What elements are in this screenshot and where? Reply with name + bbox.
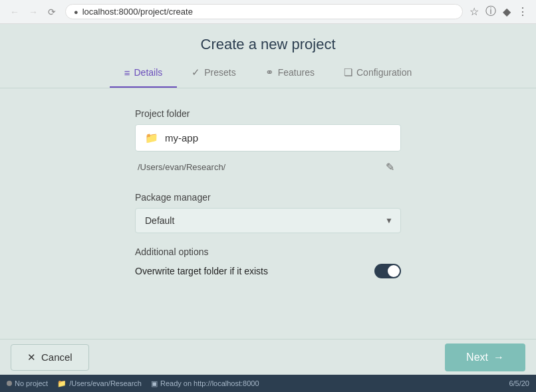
nav-buttons: ← → ⟳: [7, 4, 60, 20]
tabs-bar: ≡ Details ✓ Presets ⚭ Features ❏ Configu…: [0, 53, 536, 88]
next-arrow-icon: →: [493, 351, 504, 363]
content-area: Project folder 📁 my-app /Users/evan/Rese…: [0, 88, 536, 339]
address-bar[interactable]: ● localhost:8000/project/create: [65, 4, 463, 19]
status-timestamp: 6/5/20: [509, 379, 529, 387]
tab-configuration-label: Configuration: [356, 67, 412, 78]
form-section: Project folder 📁 my-app /Users/evan/Rese…: [135, 108, 401, 278]
page-title-bar: Create a new project: [0, 24, 536, 53]
vivaldi-icon[interactable]: ◆: [501, 3, 512, 20]
back-button[interactable]: ←: [7, 4, 23, 20]
shield-icon[interactable]: ⓘ: [484, 3, 497, 20]
cancel-button[interactable]: ✕ Cancel: [11, 344, 89, 371]
status-ready: ▣ Ready on http://localhost:8000: [151, 379, 259, 388]
tab-presets[interactable]: ✓ Presets: [177, 61, 250, 88]
folder-icon: 📁: [145, 132, 158, 144]
cancel-label: Cancel: [41, 351, 72, 363]
lock-icon: ●: [74, 8, 78, 16]
additional-options-section: Additional options Overwrite target fold…: [135, 246, 401, 278]
reload-button[interactable]: ⟳: [44, 4, 60, 20]
bookmark-icon[interactable]: ☆: [468, 3, 480, 20]
page-title: Create a new project: [0, 36, 536, 53]
package-manager-wrapper: Default npm yarn pnpm ▼: [135, 208, 401, 233]
folder-input[interactable]: 📁 my-app: [135, 124, 401, 151]
timestamp-text: 6/5/20: [509, 379, 529, 387]
presets-icon: ✓: [192, 66, 200, 78]
package-manager-select[interactable]: Default npm yarn pnpm: [135, 208, 401, 233]
project-folder-label: Project folder: [135, 108, 401, 119]
folder-path: /Users/evan/Research/: [138, 162, 225, 172]
footer-bar: ✕ Cancel Next →: [0, 339, 536, 375]
package-manager-group: Package manager Default npm yarn pnpm ▼: [135, 192, 401, 233]
status-path: 📁 /Users/evan/Research: [57, 379, 142, 388]
tab-configuration[interactable]: ❏ Configuration: [329, 61, 426, 88]
package-manager-label: Package manager: [135, 192, 401, 203]
details-icon: ≡: [124, 67, 130, 78]
project-folder-group: Project folder 📁 my-app /Users/evan/Rese…: [135, 108, 401, 179]
status-no-project-text: No project: [15, 379, 48, 387]
features-icon: ⚭: [265, 66, 274, 78]
edit-path-button[interactable]: ✎: [382, 159, 398, 175]
browser-actions: ☆ ⓘ ◆ ⋮: [468, 3, 529, 20]
tab-details[interactable]: ≡ Details: [110, 61, 178, 88]
tab-presets-label: Presets: [204, 67, 235, 78]
status-path-text: /Users/evan/Research: [69, 379, 142, 387]
overwrite-option-row: Overwrite target folder if it exists: [135, 264, 401, 278]
folder-small-icon: 📁: [57, 379, 67, 388]
url-text: localhost:8000/project/create: [82, 7, 193, 17]
cancel-x-icon: ✕: [27, 351, 36, 363]
additional-options-label: Additional options: [135, 246, 401, 257]
status-bar: No project 📁 /Users/evan/Research ▣ Read…: [0, 375, 536, 392]
tab-features[interactable]: ⚭ Features: [251, 61, 329, 88]
folder-name: my-app: [165, 132, 198, 144]
next-button[interactable]: Next →: [445, 343, 525, 371]
path-row: /Users/evan/Research/ ✎: [135, 155, 401, 179]
overwrite-toggle[interactable]: [374, 264, 401, 278]
tab-details-label: Details: [134, 67, 162, 78]
config-icon: ❏: [344, 66, 352, 78]
status-no-project: No project: [7, 379, 48, 387]
status-ready-text: Ready on http://localhost:8000: [160, 379, 259, 387]
status-dot-icon: [7, 381, 12, 386]
monitor-icon: ▣: [151, 379, 158, 388]
next-label: Next: [466, 351, 488, 363]
overwrite-label: Overwrite target folder if it exists: [135, 266, 268, 276]
tab-features-label: Features: [278, 67, 315, 78]
forward-button[interactable]: →: [25, 4, 41, 20]
main-area: Create a new project ≡ Details ✓ Presets…: [0, 24, 536, 375]
browser-chrome: ← → ⟳ ● localhost:8000/project/create ☆ …: [0, 0, 536, 24]
menu-icon[interactable]: ⋮: [516, 3, 529, 20]
